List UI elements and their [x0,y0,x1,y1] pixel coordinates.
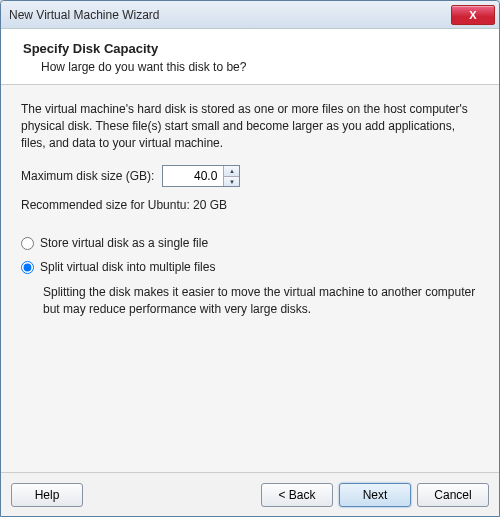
window-title: New Virtual Machine Wizard [9,8,451,22]
max-size-row: Maximum disk size (GB): ▲ ▼ [21,165,479,187]
back-button[interactable]: < Back [261,483,333,507]
radio-split-files[interactable] [21,261,34,274]
wizard-header: Specify Disk Capacity How large do you w… [1,29,499,85]
radio-single-file[interactable] [21,237,34,250]
recommended-size: Recommended size for Ubuntu: 20 GB [21,197,479,214]
titlebar: New Virtual Machine Wizard X [1,1,499,29]
option-split-row[interactable]: Split virtual disk into multiple files [21,260,479,274]
close-button[interactable]: X [451,5,495,25]
option-single-label: Store virtual disk as a single file [40,236,208,250]
header-subtitle: How large do you want this disk to be? [23,60,481,74]
option-split-label: Split virtual disk into multiple files [40,260,215,274]
disk-description: The virtual machine's hard disk is store… [21,101,479,151]
max-size-label: Maximum disk size (GB): [21,169,154,183]
help-button[interactable]: Help [11,483,83,507]
spinner-buttons: ▲ ▼ [223,166,239,186]
wizard-footer: Help < Back Next Cancel [1,472,499,516]
header-title: Specify Disk Capacity [23,41,481,56]
next-button[interactable]: Next [339,483,411,507]
storage-options: Store virtual disk as a single file Spli… [21,236,479,318]
disk-size-input[interactable] [163,166,223,186]
close-icon: X [469,9,476,21]
spin-down-button[interactable]: ▼ [224,177,239,187]
wizard-content: The virtual machine's hard disk is store… [1,85,499,472]
cancel-button[interactable]: Cancel [417,483,489,507]
split-description: Splitting the disk makes it easier to mo… [43,284,479,318]
disk-size-spinner[interactable]: ▲ ▼ [162,165,240,187]
option-single-row[interactable]: Store virtual disk as a single file [21,236,479,250]
spin-up-button[interactable]: ▲ [224,166,239,177]
wizard-window: New Virtual Machine Wizard X Specify Dis… [0,0,500,517]
